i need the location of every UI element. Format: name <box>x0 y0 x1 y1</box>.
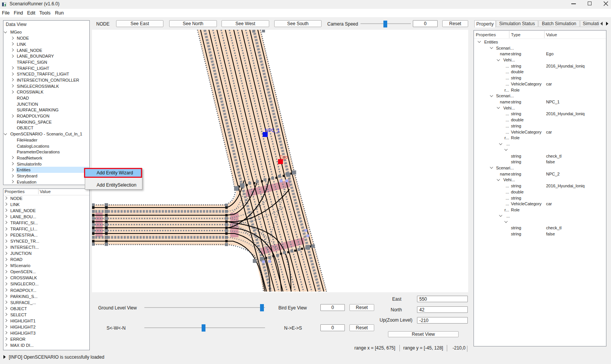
svg-text:Ego: Ego <box>280 155 288 160</box>
svg-text:NPC_1: NPC_1 <box>265 128 280 133</box>
